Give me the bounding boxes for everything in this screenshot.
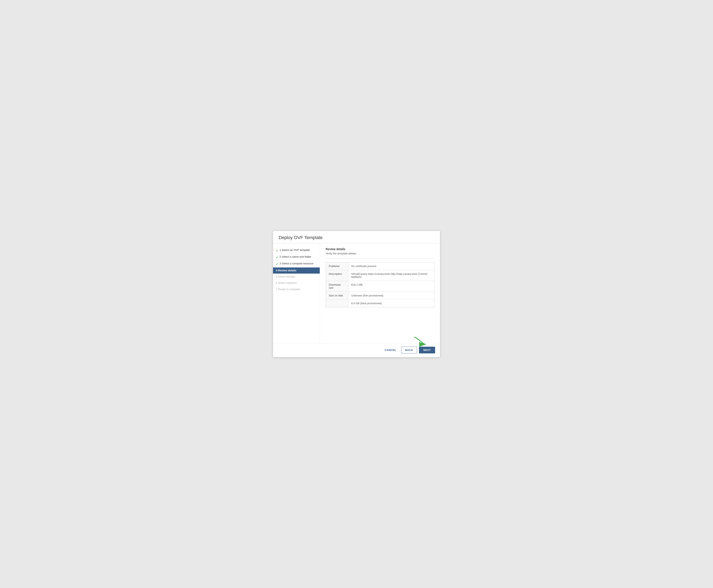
check-icon-step1: ✔: [276, 249, 278, 252]
sidebar-step2-label: 2 Select a name and folder: [279, 255, 311, 259]
details-table: Publisher No certificate present Descrip…: [326, 262, 434, 307]
download-size-value: 618.1 MB: [348, 281, 434, 292]
size-on-disk-thin-value: Unknown (thin provisioned): [348, 292, 434, 299]
table-row-download-size: Download size 618.1 MB: [326, 281, 434, 292]
table-row-size-on-disk-thin: Size on disk Unknown (thin provisioned): [326, 292, 434, 299]
cancel-button[interactable]: CANCEL: [382, 347, 399, 353]
sidebar-step7-label: 7 Ready to complete: [276, 288, 300, 291]
size-on-disk-label-empty: [326, 299, 348, 307]
section-title: Review details: [326, 248, 434, 251]
sidebar-item-step7: 7 Ready to complete: [273, 286, 320, 293]
sidebar-step3-label: 3 Select a compute resource: [279, 262, 313, 266]
sidebar-step4-label: 4 Review details: [276, 269, 296, 272]
sidebar-item-step5: 5 Select storage: [273, 274, 320, 280]
sidebar: ✔ 1 Select an OVF template ✔ 2 Select a …: [273, 244, 320, 343]
description-label: Description: [326, 270, 348, 281]
sidebar-item-step2[interactable]: ✔ 2 Select a name and folder: [273, 254, 320, 260]
sidebar-item-step4[interactable]: 4 Review details: [273, 268, 320, 274]
table-row-description: Description VirtualCanary https://canary…: [326, 270, 434, 281]
sidebar-item-step6: 6 Select networks: [273, 280, 320, 286]
table-row-size-on-disk-thick: 8.0 GB (thick provisioned): [326, 299, 434, 307]
sidebar-step6-label: 6 Select networks: [276, 281, 297, 285]
sidebar-step5-label: 5 Select storage: [276, 275, 295, 278]
sidebar-item-step1[interactable]: ✔ 1 Select an OVF template: [273, 247, 320, 254]
check-icon-step3: ✔: [276, 262, 278, 266]
dialog-header: Deploy OVF Template: [273, 231, 440, 244]
section-subtitle: Verify the template details.: [326, 252, 434, 255]
description-value: VirtualCanary https://canary.tools http:…: [348, 270, 434, 281]
deploy-ovf-dialog: Deploy OVF Template ✔ 1 Select an OVF te…: [273, 231, 440, 357]
next-button[interactable]: NEXT: [419, 347, 435, 353]
dialog-body: ✔ 1 Select an OVF template ✔ 2 Select a …: [273, 244, 440, 343]
sidebar-step1-label: 1 Select an OVF template: [279, 249, 310, 252]
check-icon-step2: ✔: [276, 255, 278, 259]
download-size-label: Download size: [326, 281, 348, 292]
size-on-disk-label: Size on disk: [326, 292, 348, 299]
publisher-label: Publisher: [326, 262, 348, 270]
main-content: Review details Verify the template detai…: [320, 244, 440, 343]
publisher-value: No certificate present: [348, 262, 434, 270]
size-on-disk-thick-value: 8.0 GB (thick provisioned): [348, 299, 434, 307]
table-row-publisher: Publisher No certificate present: [326, 262, 434, 270]
sidebar-item-step3[interactable]: ✔ 3 Select a compute resource: [273, 260, 320, 267]
dialog-title: Deploy OVF Template: [279, 235, 434, 240]
dialog-footer: CANCEL BACK NEXT: [273, 343, 440, 357]
back-button[interactable]: BACK: [401, 347, 417, 353]
